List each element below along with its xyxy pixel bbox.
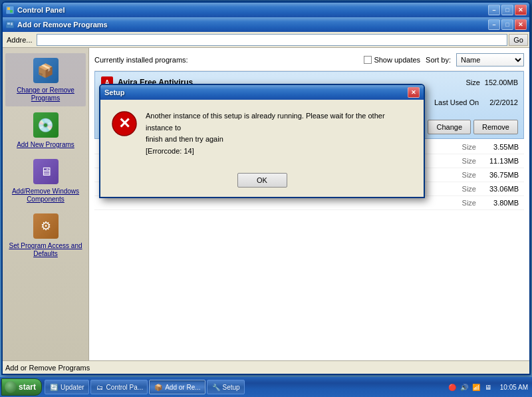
- program-4-size: 33.06MB: [479, 185, 519, 193]
- sidebar-item-change-remove-label: Change or Remove Programs: [8, 86, 83, 102]
- installed-label: Currently installed programs:: [94, 56, 188, 64]
- add-remove-close[interactable]: ✕: [515, 19, 527, 30]
- add-remove-minimize[interactable]: –: [488, 19, 500, 30]
- taskbar-setup-label: Setup: [223, 384, 240, 391]
- systray-icon-2: 🔊: [459, 382, 469, 392]
- ok-button[interactable]: OK: [237, 173, 287, 188]
- address-bar: Addre... Go: [3, 32, 529, 48]
- control-panel-titlebar-buttons: – □ ✕: [488, 5, 527, 15]
- show-updates-checkbox[interactable]: [364, 56, 372, 64]
- program-5-size-label: Size: [462, 199, 476, 207]
- error-icon: ✕: [111, 110, 138, 137]
- control-panel-titlebar: Control Panel – □ ✕: [3, 3, 529, 17]
- program-3-size: 36.75MB: [479, 171, 519, 179]
- add-remove-taskbar-icon: 📦: [154, 382, 163, 392]
- control-panel-maximize[interactable]: □: [501, 5, 513, 15]
- systray-icon-3: 📶: [471, 382, 481, 392]
- systray: 🔴 🔊 📶 🖥: [444, 382, 496, 392]
- setup-dialog: Setup ✕ ✕ Another instance of this setup…: [99, 84, 425, 198]
- taskbar-item-setup[interactable]: 🔧 Setup: [207, 380, 245, 394]
- sidebar-item-change-remove[interactable]: 📦 Change or Remove Programs: [5, 53, 86, 106]
- change-button[interactable]: Change: [428, 120, 471, 134]
- svg-text:✕: ✕: [118, 115, 130, 132]
- add-remove-titlebar-buttons: – □ ✕: [488, 19, 527, 30]
- program-2-size-label: Size: [462, 157, 476, 165]
- taskbar-add-remove-label: Add or Re...: [165, 384, 200, 391]
- program-3-size-label: Size: [462, 171, 476, 179]
- change-remove-icon: 📦: [33, 57, 59, 84]
- start-label: start: [19, 382, 36, 392]
- avira-size-container: Size 152.00MB: [466, 78, 518, 86]
- address-input[interactable]: [37, 34, 508, 46]
- setup-message-line1: Another instance of this setup is alread…: [146, 112, 385, 132]
- add-remove-maximize[interactable]: □: [501, 19, 513, 30]
- setup-message-line3: [Errorcode: 14]: [146, 147, 194, 155]
- setup-message-line2: finish and then try again: [146, 135, 223, 143]
- updater-icon: 🔄: [49, 382, 59, 392]
- control-panel-minimize[interactable]: –: [488, 5, 500, 15]
- control-panel-title: Control Panel: [17, 6, 485, 14]
- avira-last-used-label: Last Used On: [434, 98, 479, 106]
- show-updates-label: Show updates: [374, 56, 420, 64]
- remove-button[interactable]: Remove: [473, 120, 518, 134]
- add-new-icon: 💿: [33, 112, 59, 138]
- add-remove-titlebar: Add or Remove Programs – □ ✕: [3, 17, 529, 32]
- taskbar-item-add-remove[interactable]: 📦 Add or Re...: [149, 380, 205, 394]
- taskbar-control-panel-label: Control Pa...: [106, 384, 144, 391]
- setup-body: ✕ Another instance of this setup is alre…: [100, 100, 424, 168]
- avira-last-used-value: 2/2/2012: [489, 98, 518, 106]
- address-label: Addre...: [4, 36, 35, 44]
- svg-rect-1: [7, 7, 10, 10]
- taskbar-items: 🔄 Updater 🗂 Control Pa... 📦 Add or Re...…: [45, 380, 444, 394]
- sidebar: 📦 Change or Remove Programs 💿 Add New Pr…: [3, 48, 89, 360]
- control-panel-taskbar-icon: 🗂: [95, 382, 104, 392]
- taskbar-item-updater[interactable]: 🔄 Updater: [45, 380, 89, 394]
- sidebar-item-windows-components[interactable]: 🖥 Add/Remove Windows Components: [5, 154, 86, 207]
- add-remove-title: Add or Remove Programs: [17, 21, 485, 29]
- program-2-size: 11.13MB: [479, 157, 519, 165]
- control-panel-close[interactable]: ✕: [515, 5, 527, 15]
- program-4-size-label: Size: [462, 185, 476, 193]
- setup-close-button[interactable]: ✕: [408, 87, 420, 98]
- svg-rect-4: [7, 23, 10, 25]
- start-button[interactable]: start: [1, 378, 42, 396]
- setup-taskbar-icon: 🔧: [211, 382, 221, 392]
- taskbar-updater-label: Updater: [61, 384, 84, 391]
- setup-titlebar: Setup ✕: [100, 85, 424, 100]
- sidebar-item-set-defaults-label: Set Program Access and Defaults: [8, 242, 83, 258]
- setup-message: Another instance of this setup is alread…: [146, 110, 413, 157]
- windows-components-icon: 🖥: [33, 158, 59, 185]
- setup-footer: OK: [100, 168, 424, 197]
- go-button[interactable]: Go: [509, 34, 528, 46]
- show-updates-checkbox-container: Show updates: [364, 56, 420, 64]
- setup-title: Setup: [104, 88, 408, 96]
- statusbar: Add or Remove Programs: [3, 360, 529, 374]
- desktop: Control Panel – □ ✕ Add or Remov: [0, 0, 532, 397]
- control-panel-icon: [5, 5, 15, 15]
- control-panel-window: Control Panel – □ ✕ Add or Remov: [1, 1, 531, 375]
- program-5-size: 3.80MB: [479, 199, 519, 207]
- add-remove-window: Add or Remove Programs – □ ✕ Addre... Go: [3, 17, 529, 374]
- sort-select[interactable]: Name Size Frequency Date Last Used: [456, 53, 524, 66]
- sidebar-item-set-defaults[interactable]: ⚙ Set Program Access and Defaults: [5, 209, 86, 262]
- svg-rect-2: [10, 10, 13, 13]
- set-defaults-icon: ⚙: [33, 213, 59, 239]
- clock: 10:05 AM: [496, 384, 532, 391]
- program-list-item-5[interactable]: Size 3.80MB: [94, 196, 524, 210]
- sidebar-item-add-new[interactable]: 💿 Add New Programs: [5, 108, 86, 153]
- content-topbar: Currently installed programs: Show updat…: [94, 53, 524, 71]
- taskbar: start 🔄 Updater 🗂 Control Pa... 📦 Add or…: [0, 377, 532, 397]
- statusbar-text: Add or Remove Programs: [5, 364, 90, 372]
- taskbar-item-control-panel[interactable]: 🗂 Control Pa...: [90, 380, 148, 394]
- sidebar-item-add-new-label: Add New Programs: [17, 141, 74, 149]
- program-1-size: 3.55MB: [479, 143, 519, 151]
- start-orb: [5, 381, 17, 393]
- sidebar-item-windows-components-label: Add/Remove Windows Components: [8, 188, 83, 203]
- systray-icon-4: 🖥: [483, 382, 493, 392]
- systray-icon-1: 🔴: [447, 382, 458, 392]
- add-remove-icon: [5, 20, 15, 29]
- avira-size-label: Size: [466, 78, 479, 86]
- sort-label: Sort by:: [426, 56, 451, 64]
- program-1-size-label: Size: [462, 143, 476, 151]
- avira-size-value: 152.00MB: [485, 78, 518, 86]
